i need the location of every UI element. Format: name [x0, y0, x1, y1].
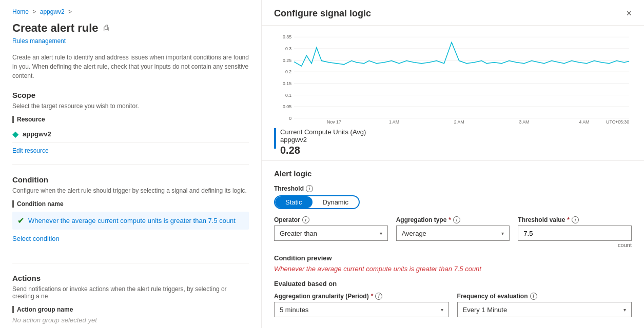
agg-type-field-group: Aggregation type * i Average ▾: [396, 216, 510, 248]
condition-preview-text: Whenever the average current compute uni…: [274, 265, 632, 273]
actions-section: Actions Send notifications or invoke act…: [12, 274, 249, 328]
threshold-label-row: Threshold i: [274, 185, 632, 192]
legend-app: appgwv2: [280, 136, 307, 144]
resource-name: appgwv2: [23, 130, 51, 138]
svg-text:0.15: 0.15: [283, 81, 291, 86]
frequency-select[interactable]: Every 1 Minute ▾: [457, 302, 632, 317]
condition-preview: Condition preview Whenever the average c…: [274, 254, 632, 273]
condition-preview-title: Condition preview: [274, 254, 632, 262]
condition-name-label: Condition name: [12, 200, 249, 208]
svg-text:Nov 17: Nov 17: [327, 119, 341, 124]
print-icon[interactable]: ⎙: [104, 24, 109, 33]
chart-container: 0.35 0.3 0.25 0.2 0.15 0.1 0.05 0 Nov 17…: [262, 26, 644, 161]
count-label: count: [518, 242, 632, 248]
condition-title: Condition: [12, 175, 249, 184]
resource-label: Resource: [12, 116, 249, 123]
frequency-field-group: Frequency of evaluation i Every 1 Minute…: [457, 293, 632, 317]
rules-management-link[interactable]: Rules management: [12, 37, 66, 45]
operator-field-group: Operator i Greater than ▾: [274, 216, 388, 248]
svg-text:0.25: 0.25: [283, 57, 291, 63]
frequency-label: Frequency of evaluation i: [457, 293, 632, 300]
chart-area: 0.35 0.3 0.25 0.2 0.15 0.1 0.05 0 Nov 17…: [274, 32, 632, 124]
agg-type-value: Average: [402, 230, 426, 237]
edit-resource-link[interactable]: Edit resource: [12, 147, 49, 154]
agg-gran-required: *: [371, 293, 374, 300]
scope-title: Scope: [12, 91, 249, 99]
agg-gran-arrow-icon: ▾: [441, 307, 443, 313]
condition-desc: Configure when the alert rule should tri…: [12, 187, 249, 194]
agg-granularity-label: Aggregation granularity (Period) * i: [274, 293, 449, 300]
legend-value: 0.28: [280, 145, 366, 156]
resource-row: ◆ appgwv2: [12, 126, 249, 142]
threshold-input[interactable]: [518, 225, 632, 241]
breadcrumb-sep2: >: [68, 8, 72, 15]
close-button[interactable]: ×: [626, 8, 632, 19]
evaluated-section: Evaluated based on Aggregation granulari…: [274, 280, 632, 317]
fields-row: Operator i Greater than ▾ Aggregation ty…: [274, 216, 632, 248]
agg-required: *: [448, 216, 451, 223]
static-toggle[interactable]: Static: [275, 196, 313, 208]
page-title: Create alert rule: [12, 22, 99, 35]
scope-desc: Select the target resource you wish to m…: [12, 102, 249, 110]
agg-type-select[interactable]: Average ▾: [396, 225, 510, 241]
legend-info: Current Compute Units (Avg) appgwv2 0.28: [280, 128, 366, 156]
operator-select[interactable]: Greater than ▾: [274, 225, 388, 241]
evaluated-fields: Aggregation granularity (Period) * i 5 m…: [274, 293, 632, 317]
legend-title: Current Compute Units (Avg): [280, 128, 366, 136]
operator-value: Greater than: [280, 230, 317, 237]
frequency-value: Every 1 Minute: [463, 306, 508, 314]
agg-gran-info-icon[interactable]: i: [375, 293, 382, 300]
agg-granularity-field-group: Aggregation granularity (Period) * i 5 m…: [274, 293, 449, 317]
condition-row: ✔ Whenever the average current compute u…: [12, 212, 249, 230]
svg-text:0.3: 0.3: [285, 46, 291, 51]
svg-text:4 AM: 4 AM: [579, 119, 589, 124]
operator-label: Operator i: [274, 216, 388, 223]
threshold-label: Threshold: [274, 185, 304, 192]
threshold-required: *: [567, 216, 570, 223]
legend-bar: [274, 128, 276, 149]
threshold-value-field-group: Threshold value * i count: [518, 216, 632, 248]
breadcrumb-sep1: >: [32, 8, 36, 15]
threshold-row: Threshold i Static Dynamic: [274, 185, 632, 209]
agg-granularity-value: 5 minutes: [280, 306, 308, 314]
operator-info-icon[interactable]: i: [302, 216, 309, 223]
threshold-info-icon[interactable]: i: [306, 185, 313, 192]
description-text: Create an alert rule to identify and add…: [12, 53, 249, 80]
scope-section: Scope Select the target resource you wis…: [12, 91, 249, 154]
condition-check-icon: ✔: [17, 216, 24, 225]
svg-text:0: 0: [289, 116, 291, 121]
breadcrumb: Home > appgwv2 >: [12, 8, 249, 15]
frequency-arrow-icon: ▾: [623, 307, 626, 313]
dynamic-toggle[interactable]: Dynamic: [313, 196, 359, 208]
svg-text:0.1: 0.1: [285, 92, 291, 97]
frequency-info-icon[interactable]: i: [530, 293, 537, 300]
actions-title: Actions: [12, 274, 249, 282]
agg-granularity-select[interactable]: 5 minutes ▾: [274, 302, 449, 317]
select-condition-link[interactable]: Select condition: [12, 235, 60, 242]
threshold-toggle-group: Static Dynamic: [274, 195, 360, 209]
threshold-value-label: Threshold value * i: [518, 216, 632, 223]
svg-text:0.2: 0.2: [285, 69, 291, 74]
svg-text:UTC+05:30: UTC+05:30: [606, 119, 629, 124]
threshold-value-info-icon[interactable]: i: [572, 216, 579, 223]
agg-type-label: Aggregation type * i: [396, 216, 510, 223]
evaluated-title: Evaluated based on: [274, 280, 632, 288]
right-header: Configure signal logic ×: [262, 0, 644, 26]
right-panel: Configure signal logic × 0.35 0: [262, 0, 644, 328]
left-panel: Home > appgwv2 > Create alert rule ⎙ Rul…: [0, 0, 262, 328]
breadcrumb-app[interactable]: appgwv2: [40, 8, 65, 15]
svg-text:0.35: 0.35: [283, 34, 291, 39]
breadcrumb-home[interactable]: Home: [12, 8, 29, 15]
agg-arrow-icon: ▾: [501, 231, 504, 236]
condition-section: Condition Configure when the alert rule …: [12, 175, 249, 253]
svg-text:3 AM: 3 AM: [519, 119, 529, 124]
right-title: Configure signal logic: [274, 8, 371, 19]
chart-legend: Current Compute Units (Avg) appgwv2 0.28: [274, 124, 632, 156]
chart-svg: 0.35 0.3 0.25 0.2 0.15 0.1 0.05 0 Nov 17…: [274, 32, 632, 124]
action-group-label: Action group name: [12, 306, 249, 313]
resource-icon: ◆: [12, 129, 18, 139]
no-action-text: No action group selected yet: [12, 316, 249, 324]
svg-text:1 AM: 1 AM: [389, 119, 399, 124]
agg-info-icon[interactable]: i: [453, 216, 460, 223]
svg-text:2 AM: 2 AM: [454, 119, 464, 124]
